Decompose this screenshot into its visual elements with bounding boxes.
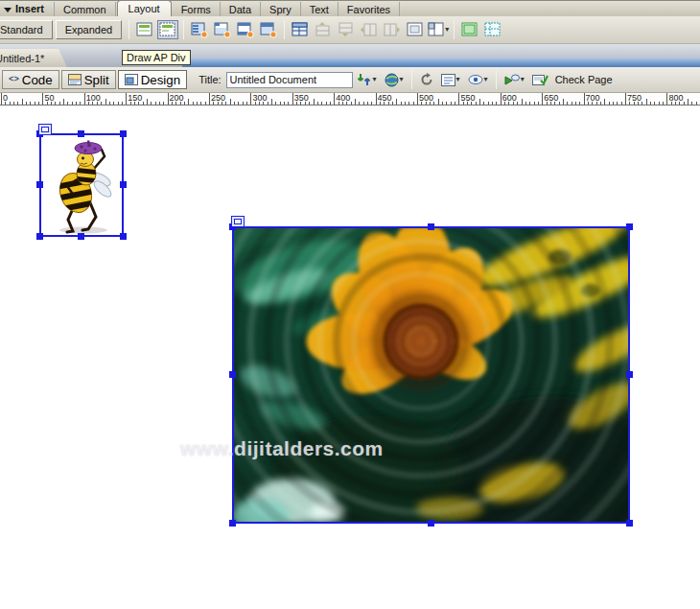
document-tab-label: Untitled-1* (0, 53, 44, 64)
tab-favorites[interactable]: Favorites (338, 2, 400, 16)
resize-handle-s[interactable] (78, 233, 84, 240)
code-view-button[interactable]: <> Code (2, 70, 59, 89)
insert-column-right-icon[interactable] (382, 20, 403, 39)
resize-handle-w[interactable] (36, 181, 43, 188)
dropdown-arrow-icon[interactable]: ▾ (521, 76, 525, 83)
iframe-icon[interactable] (405, 20, 426, 39)
collapse-arrow-icon[interactable] (4, 8, 12, 12)
ruler-tick (638, 102, 639, 105)
dropdown-arrow-icon[interactable]: ▾ (400, 76, 404, 83)
code-brackets-icon: <> (9, 75, 19, 84)
resize-handle-n[interactable] (78, 130, 84, 137)
dropdown-arrow-icon[interactable]: ▾ (456, 76, 460, 83)
ruler-tick (442, 102, 443, 105)
preview-in-browser-icon[interactable]: ▾ (382, 70, 407, 89)
insert-bar-title[interactable]: Insert (15, 3, 44, 14)
spry-collapsible-panel-icon[interactable] (258, 20, 279, 39)
toolbar-separator (128, 20, 129, 39)
ap-div-anchor[interactable] (231, 216, 245, 227)
ruler-tick (296, 102, 297, 105)
insert-row-below-icon[interactable] (336, 20, 357, 39)
split-view-button[interactable]: Split (61, 70, 116, 89)
ap-div-anchor[interactable] (38, 124, 52, 135)
tab-layout[interactable]: Layout (117, 0, 172, 16)
ruler-tick (575, 102, 576, 105)
resize-handle-se[interactable] (120, 233, 127, 240)
tab-common[interactable]: Common (54, 2, 116, 16)
view-options-icon[interactable]: ▾ (438, 70, 463, 89)
ruler-tick (300, 102, 301, 105)
standard-mode-button[interactable]: Standard (0, 20, 53, 39)
ruler-tick (222, 102, 222, 105)
ruler-tick (105, 99, 106, 105)
file-management-icon[interactable]: ▾ (354, 70, 380, 89)
ruler-tick (184, 102, 185, 105)
ruler-tick (163, 102, 164, 105)
ruler-tick (600, 102, 601, 105)
visual-aids-icon[interactable]: ▾ (465, 70, 491, 89)
design-view-icon (125, 74, 138, 85)
design-canvas[interactable]: www.dijitalders.com (0, 105, 700, 609)
ruler-tick (538, 102, 539, 105)
spry-tabbed-panels-icon[interactable] (212, 20, 233, 39)
insert-table-icon[interactable] (290, 20, 311, 39)
ruler-tick (467, 102, 468, 105)
refresh-icon[interactable] (417, 70, 436, 89)
ruler-tick (525, 102, 526, 105)
check-page-label[interactable]: Check Page (555, 74, 613, 85)
frames-dropdown-icon[interactable]: ▾ (428, 20, 449, 39)
design-view-button[interactable]: Design (118, 70, 188, 89)
toolbar-separator (411, 70, 412, 89)
validate-markup-icon[interactable]: ▾ (502, 70, 527, 89)
resize-handle-sw[interactable] (229, 520, 236, 527)
ruler-tick (572, 102, 572, 105)
bee-clipart-ap-div[interactable] (39, 133, 124, 237)
ruler-tick (596, 102, 597, 105)
ruler-tick (588, 102, 589, 105)
ruler-tick (413, 102, 414, 105)
draw-layout-cell-icon[interactable] (482, 20, 503, 39)
insert-div-tag-icon[interactable] (134, 20, 155, 39)
resize-handle-e[interactable] (120, 181, 127, 188)
check-page-icon[interactable] (529, 70, 551, 89)
ruler-tick (351, 102, 352, 105)
ruler-tick (180, 102, 181, 105)
resize-handle-s[interactable] (428, 520, 434, 527)
resize-handle-sw[interactable] (36, 233, 43, 240)
ruler-tick (684, 102, 685, 105)
tab-forms[interactable]: Forms (173, 2, 221, 16)
spry-menu-bar-icon[interactable] (189, 20, 210, 39)
dropdown-arrow-icon[interactable]: ▾ (373, 76, 377, 83)
expanded-mode-button[interactable]: Expanded (56, 20, 123, 39)
ruler-tick (504, 102, 505, 105)
tab-text[interactable]: Text (301, 2, 338, 16)
resize-handle-n[interactable] (428, 223, 434, 230)
tab-data[interactable]: Data (221, 2, 261, 16)
insert-column-left-icon[interactable] (359, 20, 380, 39)
spry-accordion-icon[interactable] (235, 20, 256, 39)
flower-ripple-photo-ap-div[interactable] (232, 226, 630, 524)
ruler-tick (451, 102, 452, 105)
dropdown-arrow-icon[interactable]: ▾ (484, 76, 488, 83)
ruler-tick (642, 102, 642, 105)
ruler-tick (559, 102, 560, 105)
resize-handle-se[interactable] (626, 520, 633, 527)
tab-spry[interactable]: Spry (261, 2, 301, 16)
draw-layout-table-icon[interactable] (459, 20, 480, 39)
resize-handle-w[interactable] (229, 371, 236, 378)
ruler-tick (92, 102, 93, 105)
toolbar-separator (496, 70, 497, 89)
insert-row-above-icon[interactable] (313, 20, 334, 39)
resize-handle-ne[interactable] (626, 223, 633, 230)
document-tab-strip: Untitled-1* (0, 44, 700, 67)
ruler-tick (392, 102, 393, 105)
resize-handle-e[interactable] (626, 371, 633, 378)
resize-handle-ne[interactable] (120, 130, 127, 137)
draw-ap-div-icon[interactable] (157, 20, 178, 39)
title-input[interactable] (226, 72, 353, 88)
ruler-tick (138, 102, 139, 105)
ruler-tick (671, 102, 672, 105)
dropdown-arrow-icon[interactable]: ▾ (445, 26, 449, 34)
document-tab[interactable]: Untitled-1* (0, 49, 67, 67)
design-view-label: Design (141, 73, 181, 87)
